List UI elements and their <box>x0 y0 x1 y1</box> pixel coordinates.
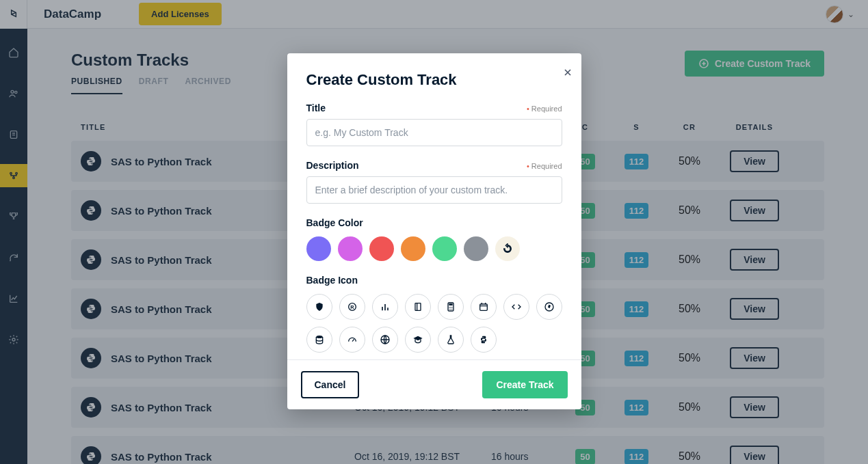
badge-icon-flask[interactable] <box>438 327 464 353</box>
badge-icon-gauge[interactable] <box>339 327 365 353</box>
badge-color-label: Badge Color <box>306 217 562 228</box>
book-icon <box>412 301 423 312</box>
badge-icon-globe[interactable] <box>372 327 398 353</box>
svg-point-14 <box>450 307 451 308</box>
undo-icon <box>502 243 513 254</box>
badge-color-swatches <box>306 236 562 261</box>
python-icon <box>478 334 489 345</box>
shield-icon <box>314 301 325 312</box>
badge-icon-python[interactable] <box>471 327 497 353</box>
badge-icon-compass[interactable] <box>536 294 562 320</box>
svg-point-18 <box>451 309 452 310</box>
close-icon <box>562 67 573 78</box>
svg-rect-10 <box>415 303 421 311</box>
compass-icon <box>544 301 555 312</box>
badge-icon-graduation[interactable] <box>405 327 431 353</box>
color-swatch[interactable] <box>401 236 425 261</box>
svg-text:R: R <box>350 304 354 310</box>
gauge-icon <box>347 334 358 345</box>
badge-icon-book[interactable] <box>405 294 431 320</box>
required-tag: Required <box>527 162 562 170</box>
badge-icon-calendar[interactable] <box>471 294 497 320</box>
cancel-button[interactable]: Cancel <box>301 371 360 398</box>
badge-icon-calculator[interactable] <box>438 294 464 320</box>
submit-button[interactable]: Create Track <box>482 371 567 398</box>
badge-icon-label: Badge Icon <box>306 275 562 286</box>
badge-icon-database[interactable] <box>306 327 332 353</box>
description-input[interactable] <box>306 176 562 204</box>
badge-icon-bar-chart[interactable] <box>372 294 398 320</box>
svg-point-15 <box>451 307 452 308</box>
title-input[interactable] <box>306 119 562 146</box>
globe-icon <box>380 334 391 345</box>
color-swatch[interactable] <box>432 236 457 261</box>
create-track-modal: Create Custom Track Title Required Descr… <box>287 53 581 409</box>
badge-icon-r-lang[interactable]: R <box>339 294 365 320</box>
code-icon <box>511 301 522 312</box>
color-swatch[interactable] <box>306 236 331 261</box>
graduation-icon <box>412 334 423 345</box>
title-label: Title Required <box>306 103 562 113</box>
calendar-icon <box>478 301 489 312</box>
flask-icon <box>445 334 456 345</box>
close-button[interactable] <box>562 64 573 82</box>
color-swatch[interactable] <box>338 236 363 261</box>
color-swatch[interactable] <box>464 236 488 261</box>
svg-rect-19 <box>479 304 487 310</box>
modal-overlay: Create Custom Track Title Required Descr… <box>0 0 868 464</box>
required-tag: Required <box>527 105 562 113</box>
calculator-icon <box>445 301 456 312</box>
database-icon <box>314 334 325 345</box>
svg-point-17 <box>450 309 451 310</box>
badge-icon-grid: R <box>306 294 562 353</box>
svg-point-13 <box>449 307 449 308</box>
badge-icon-code[interactable] <box>503 294 529 320</box>
modal-footer: Cancel Create Track <box>287 359 581 409</box>
color-reset-button[interactable] <box>495 236 520 261</box>
modal-title: Create Custom Track <box>306 71 562 89</box>
bar-chart-icon <box>380 301 391 312</box>
svg-point-21 <box>316 336 322 338</box>
badge-icon-shield[interactable] <box>306 294 332 320</box>
description-label: Description Required <box>306 160 562 171</box>
svg-point-16 <box>449 309 449 310</box>
r-lang-icon: R <box>347 301 358 312</box>
color-swatch[interactable] <box>369 236 394 261</box>
svg-rect-12 <box>449 303 452 305</box>
